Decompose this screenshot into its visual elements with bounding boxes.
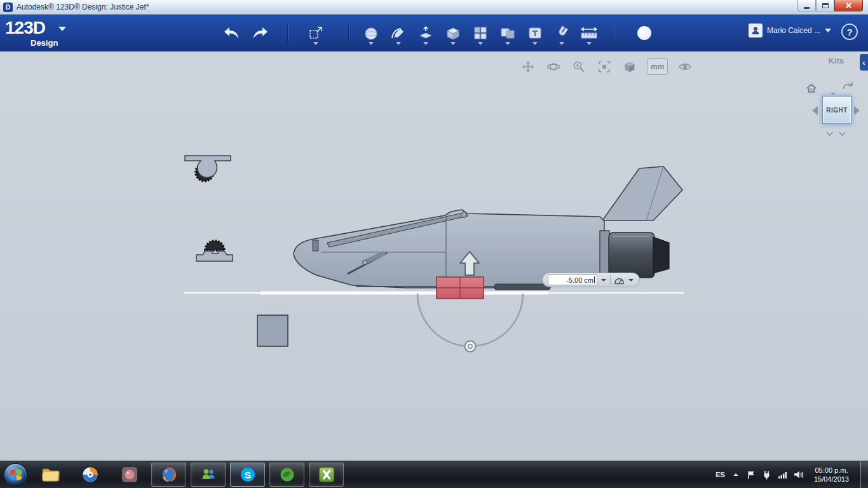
material-button[interactable] (633, 21, 656, 45)
taskbar-app-excel[interactable] (309, 463, 344, 487)
selected-red-box[interactable] (437, 277, 484, 299)
3d-canvas[interactable] (0, 51, 868, 461)
help-label: ? (846, 27, 852, 37)
sketch-button[interactable] (387, 21, 410, 45)
snap-icon (553, 25, 570, 41)
dropdown-chevron-icon[interactable] (423, 42, 428, 45)
primitives-button[interactable] (360, 21, 383, 45)
show-desktop-button[interactable] (860, 461, 868, 488)
svg-text:S: S (244, 470, 250, 480)
power-button[interactable] (762, 470, 771, 480)
orbit-icon (546, 60, 560, 74)
part-cube[interactable] (257, 315, 288, 346)
taskbar-app-green[interactable] (269, 463, 304, 487)
help-button[interactable]: ? (841, 24, 858, 40)
zoom-icon (572, 60, 586, 74)
start-button[interactable] (4, 463, 27, 487)
volume-button[interactable] (794, 470, 804, 479)
logo-sub-text: Design (31, 38, 58, 48)
rotate-right-arrow[interactable] (854, 106, 860, 115)
eye-icon (678, 60, 692, 74)
taskbar-app-firefox[interactable] (151, 463, 186, 487)
maximize-button[interactable] (816, 0, 834, 11)
text-button[interactable] (524, 21, 546, 45)
title-bar[interactable]: D Autodesk® 123D® Design: Justice Jet* (0, 0, 868, 15)
orbit-button[interactable] (545, 58, 562, 75)
text-icon (527, 25, 543, 41)
taskbar-app-messenger[interactable] (191, 463, 226, 487)
roll-arrow-icon (841, 81, 855, 91)
jet-model[interactable] (294, 166, 682, 290)
dropdown-chevron-icon[interactable] (587, 42, 592, 45)
chevron-down-icon (825, 29, 831, 32)
user-avatar (749, 24, 763, 37)
angle-gauge-icon[interactable] (614, 276, 625, 285)
roll-ccw-corner-button[interactable] (826, 128, 833, 139)
close-button[interactable] (834, 0, 863, 11)
dimension-input[interactable]: -5.00 cm (548, 274, 597, 285)
combine-button[interactable] (496, 21, 519, 45)
hidden-icons-button[interactable] (731, 471, 740, 478)
visibility-button[interactable] (677, 58, 693, 75)
text-caret (594, 276, 595, 283)
dropdown-chevron-icon[interactable] (559, 42, 564, 45)
dropdown-chevron-icon[interactable] (532, 42, 538, 45)
snap-button[interactable] (550, 21, 573, 45)
measure-button[interactable] (578, 21, 600, 45)
language-indicator[interactable]: ES (715, 471, 725, 478)
rotate-manipulator-arc[interactable] (417, 294, 523, 352)
speaker-icon (794, 470, 804, 479)
clock[interactable]: 05:00 p.m. 15/04/2013 (814, 466, 849, 484)
dimension-input-group: -5.00 cm (542, 273, 640, 287)
zoom-button[interactable] (571, 58, 587, 75)
chevron-down-icon[interactable] (628, 278, 634, 282)
taskbar-app-skype[interactable]: S (230, 463, 265, 487)
user-name: Mario Caiced ... (767, 26, 820, 35)
part-mount-bracket[interactable] (196, 241, 233, 261)
roll-view-button[interactable] (841, 81, 855, 93)
main-menu-button[interactable]: 123D Design (5, 17, 81, 50)
dimension-value: -5.00 cm (566, 276, 593, 284)
home-button[interactable] (806, 83, 817, 96)
taskbar-app-media-player[interactable] (72, 463, 107, 487)
landing-skid (494, 284, 550, 290)
folder-icon (41, 467, 60, 482)
separator (287, 25, 288, 42)
network-button[interactable] (778, 470, 787, 479)
dropdown-chevron-icon[interactable] (396, 42, 401, 45)
tail-fin (602, 166, 682, 220)
action-center-button[interactable] (747, 470, 756, 480)
app-header: 123D Design (0, 15, 868, 51)
construct-button[interactable] (414, 21, 437, 45)
network-bars-icon (778, 470, 787, 479)
pan-button[interactable] (520, 58, 536, 75)
view-toolbar: mm (520, 58, 693, 75)
chevron-down-icon[interactable] (600, 278, 607, 282)
minimize-button[interactable] (797, 0, 816, 11)
user-account-menu[interactable]: Mario Caiced ... (749, 24, 831, 37)
fit-view-button[interactable] (596, 58, 613, 75)
dropdown-chevron-icon[interactable] (505, 42, 510, 45)
taskbar-app-explorer[interactable] (33, 463, 68, 487)
units-selector[interactable]: mm (647, 58, 668, 75)
kits-panel-collapse-button[interactable]: ‹ (860, 54, 868, 71)
dropdown-chevron-icon[interactable] (451, 42, 456, 45)
roll-cw-corner-button[interactable] (839, 128, 846, 139)
transform-button[interactable] (304, 21, 327, 45)
part-caster-bracket[interactable] (185, 156, 231, 181)
rotate-left-arrow[interactable] (812, 106, 818, 115)
viewcube-face-label: RIGHT (826, 107, 848, 114)
redo-button[interactable] (249, 21, 272, 45)
dropdown-chevron-icon[interactable] (313, 42, 318, 45)
dropdown-chevron-icon[interactable] (478, 42, 483, 45)
corner-arrow-icon (826, 132, 833, 137)
dropdown-chevron-icon[interactable] (369, 42, 374, 45)
taskbar-app-pink[interactable] (112, 463, 147, 487)
modify-button[interactable] (442, 21, 465, 45)
viewcube-face-right[interactable]: RIGHT (822, 96, 851, 124)
undo-button[interactable] (220, 21, 243, 45)
shaded-view-button[interactable] (621, 58, 638, 75)
pattern-button[interactable] (469, 21, 492, 45)
modify-icon (445, 25, 461, 41)
taskbar: S ES (0, 461, 868, 488)
